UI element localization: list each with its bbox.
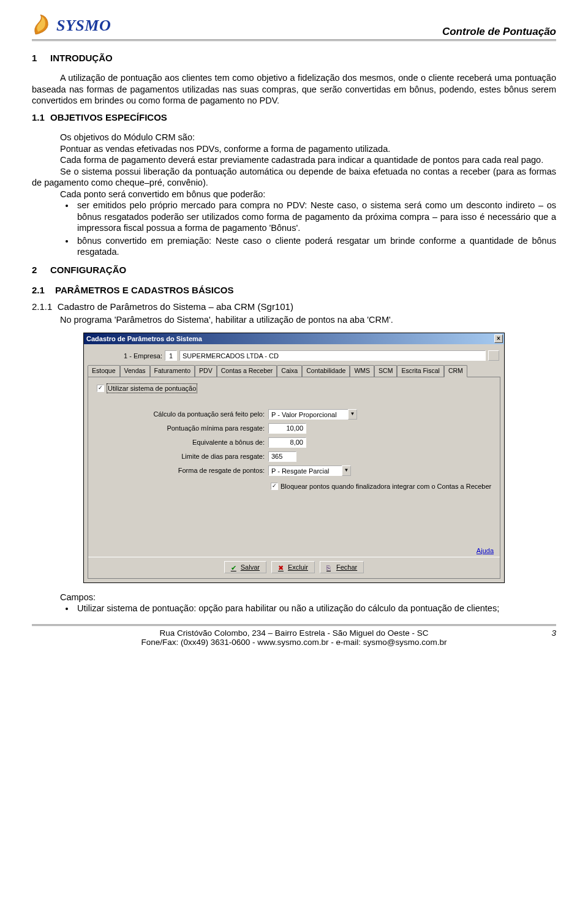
section-1-1-heading: 1.1OBJETIVOS ESPECÍFICOS	[32, 111, 556, 123]
check-icon: ✔	[231, 563, 238, 571]
page-footer: Rua Cristóvão Colombo, 234 – Bairro Estr…	[32, 624, 556, 647]
s11-p2: Pontuar as vendas efetivadas nos PDVs, c…	[32, 143, 556, 155]
utilizar-pontuacao-label: Utilizar sistema de pontuação	[107, 383, 197, 393]
calculo-label: Cálculo da pontuação será feito pelo:	[93, 410, 265, 418]
s11-p1: Os objetivos do Módulo CRM são:	[32, 132, 556, 143]
parametros-window: Cadastro de Parâmetros do Sistema × 1 - …	[83, 333, 505, 582]
tab-scm[interactable]: SCM	[374, 365, 397, 377]
ajuda-link[interactable]: Ajuda	[477, 546, 494, 555]
section-1-heading: 1INTRODUÇÃO	[32, 52, 556, 64]
logo: SYSMO	[32, 13, 111, 38]
tab-strip: EstoqueVendasFaturamentoPDVContas a Rece…	[84, 364, 504, 376]
logo-text: SYSMO	[56, 17, 111, 35]
bloquear-pontos-label: Bloquear pontos quando finalizadora inte…	[281, 482, 491, 491]
window-titlebar: Cadastro de Parâmetros do Sistema ×	[84, 333, 504, 344]
tab-faturamento[interactable]: Faturamento	[150, 365, 195, 377]
page-number: 3	[551, 628, 556, 638]
document-body: 1INTRODUÇÃO A utilização de pontuação ao…	[32, 52, 556, 614]
campos-list: Utilizar sistema de pontuação: opção par…	[32, 603, 556, 614]
empresa-name-field[interactable]: SUPERMERCADOS LTDA - CD	[179, 350, 486, 361]
tab-vendas[interactable]: Vendas	[120, 365, 150, 377]
tab-estoque[interactable]: Estoque	[88, 365, 120, 377]
page-header: SYSMO Controle de Pontuação	[32, 13, 556, 41]
footer-line-1: Rua Cristóvão Colombo, 234 – Bairro Estr…	[32, 628, 556, 638]
sysmo-logo-icon	[32, 13, 54, 38]
section-2-heading: 2CONFIGURAÇÃO	[32, 264, 556, 276]
campos-heading: Campos:	[32, 592, 556, 603]
tab-escrita-fiscal[interactable]: Escrita Fiscal	[397, 365, 443, 377]
tab-contas-a-receber[interactable]: Contas a Receber	[217, 365, 277, 377]
s11-p4: Se o sistema possui liberação da pontuaç…	[32, 166, 556, 189]
section-2-1-1-para: No programa 'Parâmetros do Sistema', hab…	[32, 314, 556, 326]
document-title: Controle de Pontuação	[442, 26, 556, 38]
door-icon: ⎘	[326, 563, 334, 571]
tab-panel-crm: ✓ Utilizar sistema de pontuação Cálculo …	[88, 377, 500, 579]
empresa-code-input[interactable]	[165, 350, 177, 361]
window-title: Cadastro de Parâmetros do Sistema	[86, 334, 202, 343]
chevron-down-icon[interactable]: ▼	[348, 409, 357, 420]
empresa-label: 1 - Empresa:	[89, 352, 162, 360]
calculo-combo[interactable]: P - Valor Proporcional▼	[268, 409, 357, 420]
forma-resgate-combo[interactable]: P - Resgate Parcial▼	[268, 465, 351, 476]
tab-contabilidade[interactable]: Contabilidade	[302, 365, 350, 377]
pontuacao-minima-label: Pontuação mínima para resgate:	[93, 424, 265, 432]
section-2-1-heading: 2.1PARÂMETROS E CADASTROS BÁSICOS	[32, 284, 556, 296]
s11-b2: bônus convertido em premiação: Neste cas…	[75, 235, 556, 258]
bloquear-pontos-checkbox[interactable]: ✓	[271, 483, 278, 490]
close-icon[interactable]: ×	[494, 334, 503, 343]
footer-line-2: Fone/Fax: (0xx49) 3631-0600 - www.sysmo.…	[32, 638, 556, 647]
tab-caixa[interactable]: Caixa	[277, 365, 302, 377]
empresa-lookup-button[interactable]	[488, 350, 499, 361]
tab-crm[interactable]: CRM	[444, 365, 467, 377]
limite-dias-label: Limite de dias para resgate:	[93, 452, 265, 461]
campos-b1: Utilizar sistema de pontuação: opção par…	[75, 603, 556, 614]
x-icon: ✖	[278, 563, 285, 571]
s11-b1: ser emitidos pelo próprio mercado para c…	[75, 200, 556, 234]
s11-p5: Cada ponto será convertido em bônus que …	[32, 189, 556, 200]
s11-bullets: ser emitidos pelo próprio mercado para c…	[32, 200, 556, 258]
utilizar-pontuacao-checkbox[interactable]: ✓	[97, 385, 104, 392]
excluir-button[interactable]: ✖Excluir	[271, 561, 315, 573]
limite-dias-input[interactable]	[268, 451, 296, 462]
s11-p3: Cada forma de pagamento deverá estar pre…	[32, 154, 556, 166]
chevron-down-icon[interactable]: ▼	[342, 465, 351, 476]
tab-wms[interactable]: WMS	[350, 365, 374, 377]
salvar-button[interactable]: ✔Salvar	[224, 561, 266, 573]
tab-pdv[interactable]: PDV	[195, 365, 217, 377]
equivalente-bonus-label: Equivalente a bônus de:	[93, 438, 265, 447]
section-1-para: A utilização de pontuação aos clientes t…	[32, 72, 556, 107]
equivalente-bonus-input[interactable]	[268, 437, 306, 448]
section-2-1-1-heading: 2.1.1 Cadastro de Parâmetros do Sistema …	[32, 301, 556, 312]
fechar-button[interactable]: ⎘Fechar	[320, 561, 364, 573]
pontuacao-minima-input[interactable]	[268, 423, 306, 434]
forma-resgate-label: Forma de resgate de pontos:	[93, 466, 265, 475]
